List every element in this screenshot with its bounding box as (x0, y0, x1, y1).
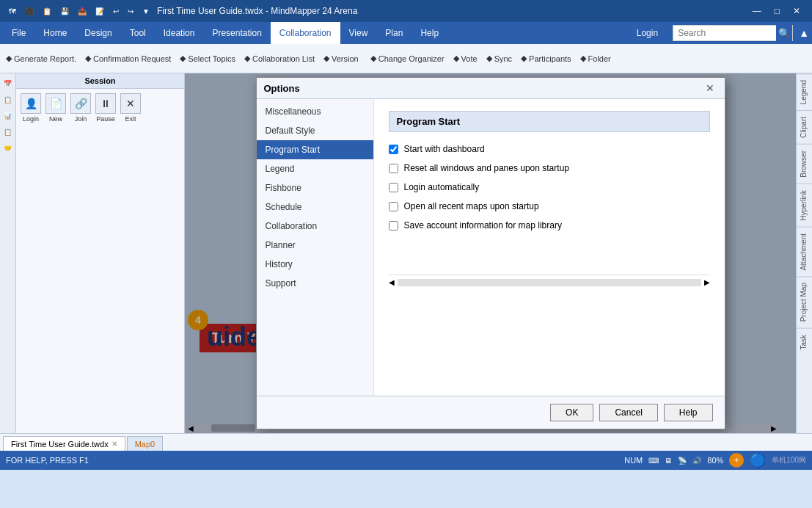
menu-help[interactable]: Help (412, 22, 447, 44)
minimize-btn[interactable]: — (747, 4, 767, 18)
download-icon[interactable]: 📥 (75, 6, 89, 17)
menu-presentation[interactable]: Presentation (203, 22, 270, 44)
title-bar-left: 🗺 ⬛ 📋 💾 📥 📝 ↩ ↪ ▼ First Time User Guide.… (6, 6, 357, 17)
session-exit-btn[interactable]: ✕ Exit (120, 93, 141, 123)
session-pause-btn[interactable]: ⏸ Pause (95, 93, 116, 123)
new-icon[interactable]: ⬛ (22, 6, 37, 17)
modal-sidebar-history[interactable]: History (257, 255, 373, 274)
checkbox-save-account-label: Save account information for map library (404, 220, 562, 231)
left-sidebar-presentation[interactable]: 📋 (1, 125, 15, 139)
checkbox-reset-windows-label: Reset all windows and panes upon startup (404, 163, 569, 173)
session-join-btn[interactable]: 🔗 Join (70, 93, 91, 123)
right-panel-project-map[interactable]: Project Map (797, 276, 812, 327)
ribbon-folder[interactable]: ◆ Folder (580, 54, 611, 63)
checkbox-reset-windows: Reset all windows and panes upon startup (389, 163, 710, 173)
session-new-btn[interactable]: 📄 New (45, 93, 66, 123)
modal-sidebar-program-start[interactable]: Program Start (257, 140, 373, 159)
menu-ideation[interactable]: Ideation (155, 22, 204, 44)
tab-first-user-guide[interactable]: First Time User Guide.twdx ✕ (3, 436, 125, 451)
menu-design[interactable]: Design (76, 22, 120, 44)
maximize-btn[interactable]: □ (769, 4, 786, 18)
window-title: First Time User Guide.twdx - MindMapper … (157, 6, 357, 16)
checkbox-start-dashboard-input[interactable] (389, 145, 398, 154)
right-panel-browser[interactable]: Browser (797, 144, 812, 184)
redo-icon[interactable]: ↪ (125, 6, 136, 17)
tab-label-guide: First Time User Guide.twdx (11, 440, 109, 449)
session-join-label: Join (75, 115, 87, 123)
status-help-text: FOR HELP, PRESS F1 (6, 456, 89, 465)
modal-sidebar-default-style[interactable]: Default Style (257, 121, 373, 140)
status-num-mode: NUM (624, 456, 643, 465)
modal-sidebar-miscellaneous[interactable]: Miscellaneous (257, 102, 373, 121)
ribbon-change-organizer[interactable]: ◆ Change Organizer (370, 54, 445, 63)
right-panel-task[interactable]: Task (797, 328, 812, 356)
app-icon: 🗺 (6, 6, 19, 17)
search-input[interactable] (673, 28, 776, 38)
left-sidebar-collaboration[interactable]: 🤝 (1, 141, 15, 156)
menu-collaboration[interactable]: Collaboration (271, 22, 340, 44)
modal-sidebar-support[interactable]: Support (257, 274, 373, 293)
open-icon[interactable]: 📋 (40, 6, 54, 17)
edit-icon[interactable]: 📝 (92, 6, 107, 17)
checkbox-start-dashboard-label: Start with dashboard (404, 144, 485, 154)
chevron-up-icon[interactable]: ▲ (799, 27, 809, 39)
login-button[interactable]: Login (628, 25, 667, 41)
dropdown-icon[interactable]: ▼ (139, 6, 153, 17)
modal-sidebar-fishbone[interactable]: Fishbone (257, 178, 373, 197)
ribbon-version[interactable]: ◆ Version (323, 54, 359, 63)
right-panel-clipart[interactable]: Clipart (797, 110, 812, 144)
checkbox-open-recent-input[interactable] (389, 202, 398, 211)
checkbox-open-recent-label: Open all recent maps upon startup (404, 201, 539, 211)
left-sidebar-chart[interactable]: 📊 (1, 109, 15, 123)
modal-sidebar-planner[interactable]: Planner (257, 236, 373, 255)
save-icon[interactable]: 💾 (57, 6, 72, 17)
search-submit-button[interactable]: 🔍 (776, 25, 792, 41)
tab-close-guide[interactable]: ✕ (111, 440, 117, 448)
ribbon-confirmation[interactable]: ◆ Confirmation Request (85, 54, 171, 63)
checkbox-login-auto-input[interactable] (389, 183, 398, 192)
modal-close-button[interactable]: ✕ (703, 82, 717, 94)
checkbox-reset-windows-input[interactable] (389, 164, 398, 173)
right-panel-legend[interactable]: Legend (797, 73, 812, 110)
status-indicator-3: 📡 (678, 457, 687, 465)
checkbox-save-account-input[interactable] (389, 221, 398, 231)
left-sidebar-outline[interactable]: 📋 (1, 92, 15, 107)
modal-sidebar-collaboration[interactable]: Collaboration (257, 217, 373, 236)
ribbon-generate-report[interactable]: ◆ Generate Report. (6, 54, 76, 63)
session-login-btn[interactable]: 👤 Login (21, 93, 41, 123)
menu-view[interactable]: View (340, 22, 377, 44)
modal-sidebar-schedule[interactable]: Schedule (257, 197, 373, 217)
status-indicator-4: 🔊 (692, 457, 701, 465)
menu-tool[interactable]: Tool (121, 22, 155, 44)
menu-plan[interactable]: Plan (376, 22, 412, 44)
ribbon-participants[interactable]: ◆ Participants (521, 54, 571, 63)
exit-icon: ✕ (120, 93, 141, 114)
scroll-left-modal[interactable]: ◀ (389, 278, 395, 286)
join-icon: 🔗 (70, 93, 91, 114)
modal-footer: OK Cancel Help (257, 396, 725, 429)
scroll-right-modal[interactable]: ▶ (704, 278, 710, 286)
ribbon-sync[interactable]: ◆ Sync (486, 54, 512, 63)
new-session-icon: 📄 (45, 93, 66, 114)
modal-overlay: Options ✕ Miscellaneous Default Style Pr… (185, 73, 796, 433)
checkbox-login-auto: Login automatically (389, 182, 710, 192)
ribbon: ◆ Generate Report. ◆ Confirmation Reques… (0, 44, 812, 73)
ribbon-select-topics[interactable]: ◆ Select Topics (180, 54, 235, 63)
undo-icon[interactable]: ↩ (110, 6, 122, 17)
cancel-button[interactable]: Cancel (599, 404, 657, 421)
help-button[interactable]: Help (664, 404, 713, 421)
left-sidebar-calendar[interactable]: 📅 (1, 76, 15, 91)
tab-map0[interactable]: Map0 (127, 436, 164, 451)
right-panel-hyperlink[interactable]: Hyperlink (797, 184, 812, 227)
right-panel-attachment[interactable]: Attachment (797, 227, 812, 277)
close-btn[interactable]: ✕ (787, 4, 806, 18)
modal-sidebar-legend[interactable]: Legend (257, 159, 373, 178)
right-sidebar: Legend Clipart Browser Hyperlink Attachm… (796, 73, 812, 433)
ribbon-collab-list[interactable]: ◆ Collaboration List (244, 54, 315, 63)
status-zoom: 80% (707, 456, 723, 465)
ribbon-vote[interactable]: ◆ Vote (453, 54, 478, 63)
menu-file[interactable]: File (3, 22, 34, 44)
ribbon-group-2: ◆ Change Organizer ◆ Vote ◆ Sync ◆ Parti… (370, 54, 611, 63)
ok-button[interactable]: OK (550, 404, 593, 421)
menu-home[interactable]: Home (34, 22, 76, 44)
